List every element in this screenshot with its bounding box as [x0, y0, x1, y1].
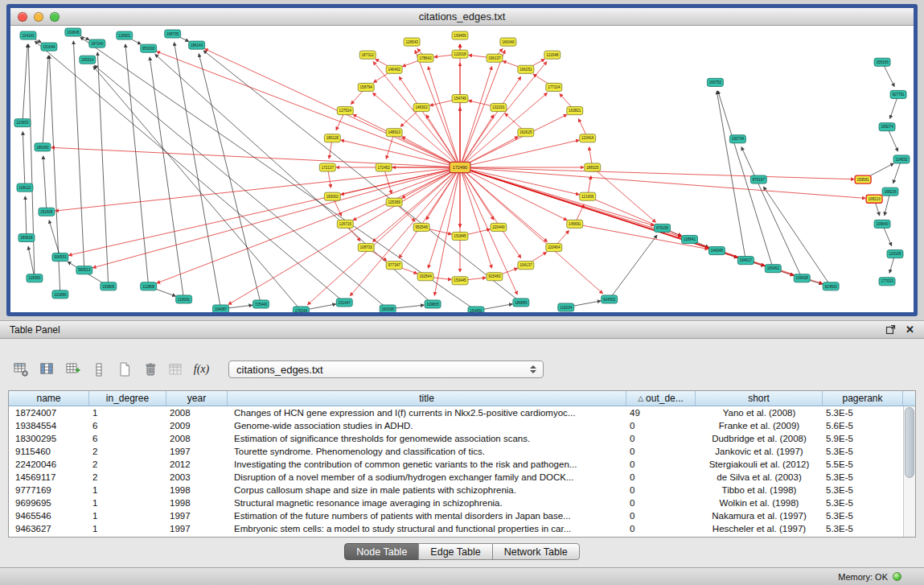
new-table-button[interactable] [114, 360, 134, 378]
network-node[interactable]: 220464 [546, 244, 562, 252]
network-node[interactable]: 924503 [823, 282, 839, 290]
network-node[interactable]: 109805 [425, 300, 441, 308]
table-scrollbar[interactable] [903, 406, 915, 537]
network-node[interactable]: 159581 [855, 175, 871, 183]
network-node[interactable]: 216091 [176, 295, 192, 303]
network-view-window[interactable]: citations_edges.txt 17249018832512041616… [6, 4, 918, 316]
network-node[interactable]: 590513 [76, 266, 92, 274]
network-node[interactable]: 187312 [359, 51, 376, 59]
network-graph[interactable]: 1724901883251204161638211771041662511961… [10, 26, 914, 312]
network-node[interactable]: 725440 [253, 300, 269, 308]
network-node[interactable]: 122018 [452, 50, 468, 58]
network-node[interactable]: 120165 [887, 250, 903, 258]
network-node[interactable]: 172490 [450, 162, 470, 172]
network-node[interactable]: 125369 [386, 198, 402, 206]
network-node[interactable]: 189918 [18, 233, 35, 241]
network-node[interactable]: 176344 [293, 307, 309, 312]
network-node[interactable]: 220440 [491, 223, 507, 231]
network-node[interactable]: 101880 [52, 290, 68, 299]
table-scrollbar-thumb[interactable] [905, 407, 914, 478]
column-header-title[interactable]: title [228, 391, 626, 406]
tab-network-table[interactable]: Network Table [492, 543, 580, 560]
edit-columns-button[interactable] [63, 360, 83, 378]
network-node[interactable]: 108122 [17, 183, 33, 192]
minimize-window-button[interactable] [34, 12, 43, 22]
network-node[interactable]: 186883 [513, 299, 529, 307]
network-node[interactable]: 108733 [358, 244, 374, 252]
network-node[interactable]: 158794 [358, 83, 374, 91]
network-node[interactable]: 151447 [336, 299, 352, 307]
table-row[interactable]: 2242004622012Investigating the contribut… [9, 458, 915, 471]
table-row[interactable]: 946554611997Estimation of the future num… [9, 509, 915, 522]
table-row[interactable]: 1938455462009Genome-wide association stu… [9, 419, 915, 432]
column-header-pagerank[interactable]: pagerank [823, 391, 903, 406]
delete-table-button[interactable] [140, 360, 160, 378]
network-node[interactable]: 146045 [708, 247, 725, 255]
network-node[interactable]: 952548 [413, 223, 429, 231]
network-node[interactable]: 120653 [14, 119, 31, 127]
table-options-button[interactable] [11, 360, 31, 378]
network-node[interactable]: 252605 [39, 208, 55, 216]
network-node[interactable]: 166040 [500, 38, 516, 46]
network-node[interactable]: 153805 [101, 282, 117, 290]
network-node[interactable]: 146402 [386, 65, 402, 73]
network-node[interactable]: 127514 [337, 107, 353, 115]
network-node[interactable]: 126543 [404, 38, 420, 46]
table-row[interactable]: 977716911998Corpus callosum shape and si… [9, 484, 915, 496]
show-hide-columns-button[interactable] [37, 360, 57, 378]
table-row[interactable]: 911546021997Tourette syndrome. Phenomeno… [9, 445, 915, 458]
network-node[interactable]: 160938 [380, 305, 396, 312]
network-node[interactable]: 109428 [794, 274, 810, 282]
table-row[interactable]: 969969511998Structural magnetic resonanc… [9, 496, 915, 509]
table-row[interactable]: 1830029562008Estimation of significance … [9, 432, 915, 445]
network-node[interactable]: 183452 [765, 265, 781, 273]
network-node[interactable]: 148913 [386, 129, 402, 137]
network-node[interactable]: 122048 [544, 51, 561, 59]
network-node[interactable]: 168216 [866, 195, 882, 203]
network-node[interactable]: 953030 [141, 44, 157, 52]
network-node[interactable]: 177033 [879, 278, 895, 286]
network-node[interactable]: 679195 [655, 224, 671, 232]
network-node[interactable]: 183002 [324, 192, 340, 200]
network-node[interactable]: 153044 [41, 43, 57, 51]
network-node[interactable]: 132201 [491, 104, 507, 112]
network-table-select[interactable]: citations_edges.txt [228, 360, 544, 378]
network-node[interactable]: 168705 [165, 30, 181, 38]
network-node[interactable]: 924502 [602, 295, 618, 303]
network-node[interactable]: 153445 [452, 277, 468, 285]
network-node[interactable]: 126901 [117, 31, 133, 39]
table-row[interactable]: 1456911722003Disruption of a novel membe… [9, 471, 915, 484]
network-node[interactable]: 118350 [27, 274, 43, 282]
window-titlebar[interactable]: citations_edges.txt [10, 8, 914, 26]
table-row[interactable]: 946362711997Embryonic stem cells: a mode… [9, 522, 915, 535]
import-table-button[interactable] [166, 360, 186, 378]
network-node[interactable]: 154450 [468, 307, 484, 312]
network-node[interactable]: 104193 [20, 31, 36, 39]
column-header-name[interactable]: name [9, 391, 89, 406]
network-node[interactable]: 180128 [324, 134, 340, 142]
network-node[interactable]: 906553 [52, 253, 68, 262]
network-node[interactable]: 172137 [319, 163, 335, 171]
column-header-short[interactable]: short [696, 391, 823, 406]
network-node[interactable]: 194087 [213, 305, 229, 312]
close-window-button[interactable] [18, 12, 27, 22]
network-node[interactable]: 168236 [882, 187, 898, 196]
network-node[interactable]: 162544 [417, 273, 433, 281]
network-node[interactable]: 194017 [737, 257, 754, 265]
network-node[interactable]: 124532 [893, 155, 910, 163]
network-node[interactable]: 121606 [580, 192, 596, 200]
network-node[interactable]: 172452 [376, 163, 392, 171]
network-canvas[interactable]: 1724901883251204161638211771041662511961… [10, 26, 914, 312]
network-node[interactable]: 118941 [682, 235, 698, 243]
network-node[interactable]: 188325 [585, 163, 601, 171]
network-node[interactable]: 186093 [35, 143, 51, 151]
table-row[interactable]: 1872400712008Changes of HCN gene express… [9, 406, 915, 419]
tab-node-table[interactable]: Node Table [344, 543, 419, 560]
network-node[interactable]: 145691 [567, 220, 583, 228]
network-node[interactable]: 162625 [518, 129, 534, 137]
column-header-year[interactable]: year [166, 391, 228, 406]
network-node[interactable]: 109640 [874, 220, 890, 228]
function-builder-button[interactable]: f(x) [191, 360, 211, 378]
network-node[interactable]: 178642 [417, 54, 433, 62]
float-panel-icon[interactable] [885, 324, 896, 335]
